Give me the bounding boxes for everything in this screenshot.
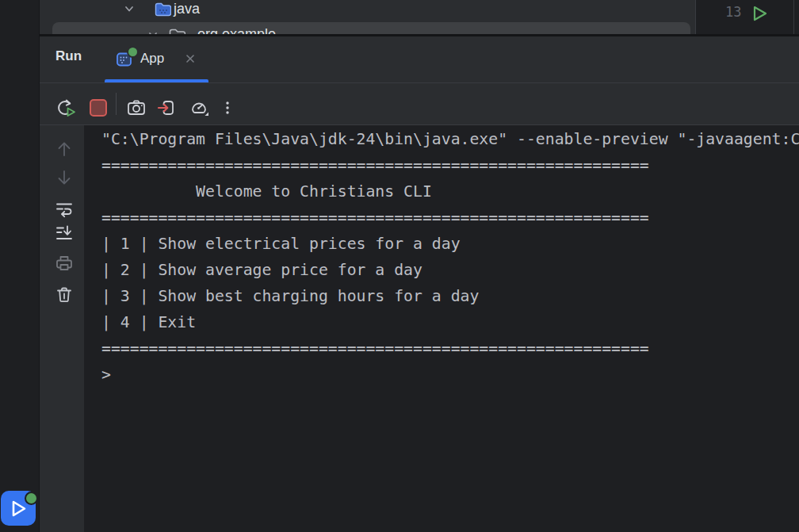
up-arrow-icon [53,138,75,160]
folder-icon [168,28,185,34]
console-line: | 1 | Show electrical prices for a day [101,231,799,257]
profiler-button[interactable] [188,97,210,119]
console-output[interactable]: "C:\Program Files\Java\jdk-24\bin\java.e… [84,125,799,532]
tree-item-label[interactable]: org.example [197,26,276,34]
stop-button[interactable] [87,97,109,119]
down-arrow-icon [53,166,75,189]
clear-trash-icon [53,284,75,306]
console-line: ========================================… [101,152,799,178]
ide-window: java org.example 13 Run [0,0,799,532]
attach-button[interactable] [155,97,178,119]
active-tab-indicator [105,79,208,82]
console-line: ========================================… [101,335,799,362]
tool-window-stripe [0,0,40,532]
next-occurrence-button[interactable] [53,166,75,189]
tab-label[interactable]: App [140,51,164,67]
thread-dump-camera-icon [125,97,147,119]
more-options-button[interactable] [216,97,239,119]
stop-icon [90,99,107,117]
attach-arrow-icon [155,97,178,119]
chevron-down-icon[interactable] [123,2,136,15]
soft-wrap-icon [53,197,75,220]
console-line: | 2 | Show average price for a day [101,257,799,283]
close-icon[interactable] [183,52,197,66]
tab-running-status-dot [127,46,139,58]
tree-row-selected[interactable]: org.example [52,22,690,34]
clear-console-button[interactable] [53,284,75,306]
run-toolbar [40,83,799,125]
toolbar-divider [116,93,117,115]
java-folder-icon [154,2,171,17]
console-line: ========================================… [101,205,799,231]
print-icon [53,252,75,274]
run-panel-header: Run App [40,36,799,83]
chevron-down-icon[interactable] [147,29,159,34]
print-button[interactable] [53,252,75,274]
editor-scrollbar[interactable] [793,0,794,34]
console-line: "C:\Program Files\Java\jdk-24\bin\java.e… [101,126,799,152]
tree-item-label[interactable]: java [174,1,200,17]
console-gutter-toolbar [40,125,84,532]
scroll-to-end-icon [53,222,75,244]
tool-window-title: Run [55,48,82,64]
console-line: | 4 | Exit [101,309,799,335]
scroll-to-end-button[interactable] [53,222,75,244]
project-tree: java org.example [40,0,695,34]
tab-app[interactable]: App [105,36,208,82]
more-kebab-icon [216,97,239,119]
console-line: | 3 | Show best charging hours for a day [101,283,799,309]
prev-occurrence-button[interactable] [53,138,75,160]
rerun-button[interactable] [55,97,77,119]
rerun-icon [55,97,77,119]
run-gutter-icon[interactable] [750,4,769,23]
running-status-dot [25,492,38,505]
console-prompt[interactable]: > [101,362,799,388]
thread-dump-button[interactable] [125,97,147,119]
editor-gutter: 13 [695,0,799,34]
profiler-gauge-icon [188,97,210,119]
soft-wrap-button[interactable] [53,197,75,220]
line-number: 13 [725,4,741,20]
console-text: "C:\Program Files\Java\jdk-24\bin\java.e… [101,126,799,388]
console-line: Welcome to Christians CLI [101,178,799,205]
run-tool-window-button[interactable] [1,491,36,526]
